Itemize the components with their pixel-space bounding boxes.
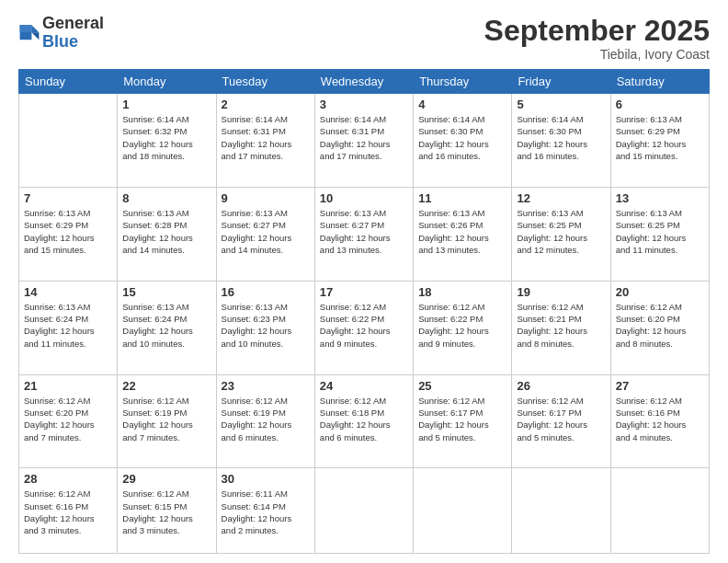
day-number: 9 [222,191,310,205]
week-row-3: 14Sunrise: 6:13 AM Sunset: 6:24 PM Dayli… [19,281,710,374]
day-number: 12 [517,191,605,205]
calendar-cell: 6Sunrise: 6:13 AM Sunset: 6:29 PM Daylig… [610,94,709,188]
day-number: 11 [418,191,506,205]
day-info: Sunrise: 6:13 AM Sunset: 6:27 PM Dayligh… [320,207,408,256]
day-number: 16 [222,285,310,299]
calendar-cell [19,94,118,188]
calendar-cell [512,468,610,554]
day-info: Sunrise: 6:12 AM Sunset: 6:17 PM Dayligh… [517,395,605,443]
day-number: 1 [122,98,210,111]
calendar-cell: 5Sunrise: 6:14 AM Sunset: 6:30 PM Daylig… [512,94,610,188]
day-number: 22 [122,379,210,393]
col-monday: Monday [118,70,216,94]
day-info: Sunrise: 6:13 AM Sunset: 6:23 PM Dayligh… [222,301,310,350]
day-number: 4 [418,98,506,111]
day-number: 29 [122,472,210,486]
calendar-cell: 18Sunrise: 6:12 AM Sunset: 6:22 PM Dayli… [414,281,512,374]
day-number: 17 [320,285,408,299]
day-info: Sunrise: 6:14 AM Sunset: 6:32 PM Dayligh… [122,113,210,162]
svg-marker-0 [31,25,39,32]
day-info: Sunrise: 6:13 AM Sunset: 6:29 PM Dayligh… [24,207,112,256]
calendar-cell: 12Sunrise: 6:13 AM Sunset: 6:25 PM Dayli… [512,188,610,282]
day-info: Sunrise: 6:12 AM Sunset: 6:15 PM Dayligh… [122,488,210,536]
col-saturday: Saturday [610,70,709,94]
header: General Blue September 2025 Tiebila, Ivo… [18,15,710,62]
day-info: Sunrise: 6:13 AM Sunset: 6:25 PM Dayligh… [517,207,605,256]
week-row-4: 21Sunrise: 6:12 AM Sunset: 6:20 PM Dayli… [19,374,710,468]
day-info: Sunrise: 6:14 AM Sunset: 6:30 PM Dayligh… [517,113,605,162]
calendar-cell: 19Sunrise: 6:12 AM Sunset: 6:21 PM Dayli… [512,281,610,374]
day-number: 27 [616,379,704,393]
calendar-cell: 22Sunrise: 6:12 AM Sunset: 6:19 PM Dayli… [118,374,216,468]
day-info: Sunrise: 6:12 AM Sunset: 6:18 PM Dayligh… [320,395,408,443]
day-info: Sunrise: 6:14 AM Sunset: 6:31 PM Dayligh… [320,113,408,162]
day-info: Sunrise: 6:13 AM Sunset: 6:27 PM Dayligh… [222,207,310,256]
logo: General Blue [18,15,104,52]
day-info: Sunrise: 6:12 AM Sunset: 6:16 PM Dayligh… [616,395,704,443]
calendar-cell: 2Sunrise: 6:14 AM Sunset: 6:31 PM Daylig… [216,94,314,188]
day-number: 19 [517,285,605,299]
day-info: Sunrise: 6:13 AM Sunset: 6:25 PM Dayligh… [616,207,704,256]
calendar-cell: 8Sunrise: 6:13 AM Sunset: 6:28 PM Daylig… [118,188,216,282]
day-number: 23 [222,379,310,393]
day-number: 25 [418,379,506,393]
col-tuesday: Tuesday [216,70,314,94]
day-info: Sunrise: 6:13 AM Sunset: 6:28 PM Dayligh… [122,207,210,256]
calendar-cell: 30Sunrise: 6:11 AM Sunset: 6:14 PM Dayli… [216,468,314,554]
day-number: 15 [122,285,210,299]
svg-marker-1 [31,32,39,40]
day-number: 21 [24,379,112,393]
calendar-cell: 24Sunrise: 6:12 AM Sunset: 6:18 PM Dayli… [314,374,413,468]
logo-icon [18,22,40,44]
calendar-table: Sunday Monday Tuesday Wednesday Thursday… [18,69,710,554]
calendar-cell: 23Sunrise: 6:12 AM Sunset: 6:19 PM Dayli… [216,374,314,468]
day-info: Sunrise: 6:12 AM Sunset: 6:21 PM Dayligh… [517,301,605,350]
day-info: Sunrise: 6:13 AM Sunset: 6:24 PM Dayligh… [24,301,112,350]
calendar-cell: 9Sunrise: 6:13 AM Sunset: 6:27 PM Daylig… [216,188,314,282]
day-number: 26 [517,379,605,393]
day-number: 20 [616,285,704,299]
day-number: 7 [24,191,112,205]
day-info: Sunrise: 6:13 AM Sunset: 6:24 PM Dayligh… [122,301,210,350]
col-wednesday: Wednesday [314,70,413,94]
day-info: Sunrise: 6:12 AM Sunset: 6:17 PM Dayligh… [418,395,506,443]
col-sunday: Sunday [19,70,118,94]
day-info: Sunrise: 6:11 AM Sunset: 6:14 PM Dayligh… [222,488,310,536]
page: General Blue September 2025 Tiebila, Ivo… [0,0,728,563]
day-number: 30 [222,472,310,486]
day-info: Sunrise: 6:12 AM Sunset: 6:20 PM Dayligh… [24,395,112,443]
day-info: Sunrise: 6:12 AM Sunset: 6:22 PM Dayligh… [320,301,408,350]
calendar-cell: 1Sunrise: 6:14 AM Sunset: 6:32 PM Daylig… [118,94,216,188]
calendar-cell: 14Sunrise: 6:13 AM Sunset: 6:24 PM Dayli… [19,281,118,374]
calendar-cell: 25Sunrise: 6:12 AM Sunset: 6:17 PM Dayli… [414,374,512,468]
col-thursday: Thursday [414,70,512,94]
day-number: 13 [616,191,704,205]
calendar-cell: 26Sunrise: 6:12 AM Sunset: 6:17 PM Dayli… [512,374,610,468]
day-info: Sunrise: 6:14 AM Sunset: 6:30 PM Dayligh… [418,113,506,162]
calendar-cell: 21Sunrise: 6:12 AM Sunset: 6:20 PM Dayli… [19,374,118,468]
day-info: Sunrise: 6:12 AM Sunset: 6:22 PM Dayligh… [418,301,506,350]
day-info: Sunrise: 6:12 AM Sunset: 6:20 PM Dayligh… [616,301,704,350]
calendar-cell: 7Sunrise: 6:13 AM Sunset: 6:29 PM Daylig… [19,188,118,282]
calendar-cell: 20Sunrise: 6:12 AM Sunset: 6:20 PM Dayli… [610,281,709,374]
calendar-cell: 15Sunrise: 6:13 AM Sunset: 6:24 PM Dayli… [118,281,216,374]
day-number: 5 [517,98,605,111]
calendar-cell [314,468,413,554]
day-number: 8 [122,191,210,205]
day-info: Sunrise: 6:14 AM Sunset: 6:31 PM Dayligh… [222,113,310,162]
svg-rect-3 [20,25,32,32]
col-friday: Friday [512,70,610,94]
day-info: Sunrise: 6:13 AM Sunset: 6:26 PM Dayligh… [418,207,506,256]
day-info: Sunrise: 6:12 AM Sunset: 6:19 PM Dayligh… [122,395,210,443]
day-info: Sunrise: 6:12 AM Sunset: 6:16 PM Dayligh… [24,488,112,536]
week-row-2: 7Sunrise: 6:13 AM Sunset: 6:29 PM Daylig… [19,188,710,282]
day-number: 14 [24,285,112,299]
calendar-cell: 28Sunrise: 6:12 AM Sunset: 6:16 PM Dayli… [19,468,118,554]
day-number: 3 [320,98,408,111]
location: Tiebila, Ivory Coast [484,47,710,62]
day-info: Sunrise: 6:12 AM Sunset: 6:19 PM Dayligh… [222,395,310,443]
calendar-cell [414,468,512,554]
day-number: 2 [222,98,310,111]
calendar-cell: 29Sunrise: 6:12 AM Sunset: 6:15 PM Dayli… [118,468,216,554]
calendar-cell: 27Sunrise: 6:12 AM Sunset: 6:16 PM Dayli… [610,374,709,468]
